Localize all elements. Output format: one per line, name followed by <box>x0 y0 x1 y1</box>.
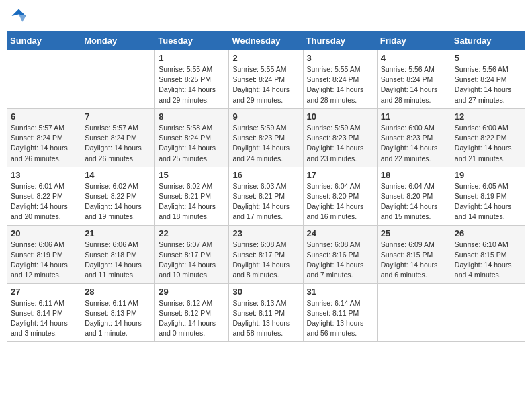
day-info: Sunrise: 6:02 AM Sunset: 8:22 PM Dayligh… <box>85 181 151 222</box>
day-info: Sunrise: 6:04 AM Sunset: 8:20 PM Dayligh… <box>381 181 447 222</box>
day-number: 1 <box>159 53 225 63</box>
day-info: Sunrise: 6:11 AM Sunset: 8:13 PM Dayligh… <box>85 298 151 339</box>
day-number: 8 <box>159 111 225 122</box>
day-info: Sunrise: 5:55 AM Sunset: 8:24 PM Dayligh… <box>307 64 373 105</box>
calendar-cell <box>81 50 155 109</box>
day-number: 25 <box>381 228 447 238</box>
day-number: 5 <box>455 53 521 63</box>
calendar-cell: 30Sunrise: 6:13 AM Sunset: 8:11 PM Dayli… <box>229 283 303 342</box>
day-info: Sunrise: 6:12 AM Sunset: 8:12 PM Dayligh… <box>159 298 225 339</box>
day-info: Sunrise: 6:13 AM Sunset: 8:11 PM Dayligh… <box>232 298 299 339</box>
day-info: Sunrise: 5:59 AM Sunset: 8:23 PM Dayligh… <box>232 123 299 164</box>
calendar-cell: 14Sunrise: 6:02 AM Sunset: 8:22 PM Dayli… <box>81 167 155 225</box>
day-info: Sunrise: 6:00 AM Sunset: 8:22 PM Dayligh… <box>455 123 521 164</box>
calendar-cell: 21Sunrise: 6:06 AM Sunset: 8:18 PM Dayli… <box>81 225 155 283</box>
day-info: Sunrise: 6:05 AM Sunset: 8:19 PM Dayligh… <box>455 181 521 222</box>
day-info: Sunrise: 6:07 AM Sunset: 8:17 PM Dayligh… <box>159 240 225 281</box>
day-info: Sunrise: 6:03 AM Sunset: 8:21 PM Dayligh… <box>232 181 299 222</box>
calendar-cell: 17Sunrise: 6:04 AM Sunset: 8:20 PM Dayli… <box>303 167 377 225</box>
calendar-table: SundayMondayTuesdayWednesdayThursdayFrid… <box>7 31 525 342</box>
calendar-cell: 15Sunrise: 6:02 AM Sunset: 8:21 PM Dayli… <box>155 167 229 225</box>
calendar-cell <box>7 50 81 109</box>
day-info: Sunrise: 5:56 AM Sunset: 8:24 PM Dayligh… <box>455 64 521 105</box>
week-row-1: 1Sunrise: 5:55 AM Sunset: 8:25 PM Daylig… <box>7 50 525 109</box>
day-header-tuesday: Tuesday <box>155 32 229 50</box>
day-number: 22 <box>159 228 225 238</box>
day-header-saturday: Saturday <box>451 32 525 50</box>
logo <box>9 7 31 26</box>
day-number: 14 <box>85 170 151 180</box>
week-row-4: 20Sunrise: 6:06 AM Sunset: 8:19 PM Dayli… <box>7 225 525 283</box>
day-number: 23 <box>232 228 299 238</box>
calendar-cell: 28Sunrise: 6:11 AM Sunset: 8:13 PM Dayli… <box>81 283 155 342</box>
svg-marker-0 <box>12 9 26 17</box>
day-info: Sunrise: 5:57 AM Sunset: 8:24 PM Dayligh… <box>85 123 151 164</box>
calendar-cell: 4Sunrise: 5:56 AM Sunset: 8:24 PM Daylig… <box>377 50 451 109</box>
calendar-cell: 16Sunrise: 6:03 AM Sunset: 8:21 PM Dayli… <box>229 167 303 225</box>
logo-icon <box>9 7 28 26</box>
calendar-cell: 31Sunrise: 6:14 AM Sunset: 8:11 PM Dayli… <box>303 283 377 342</box>
day-number: 21 <box>85 228 151 238</box>
calendar-cell: 6Sunrise: 5:57 AM Sunset: 8:24 PM Daylig… <box>7 108 81 167</box>
day-number: 18 <box>381 170 447 180</box>
day-number: 19 <box>455 170 521 180</box>
calendar-cell: 19Sunrise: 6:05 AM Sunset: 8:19 PM Dayli… <box>451 167 525 225</box>
day-number: 9 <box>232 111 299 122</box>
day-info: Sunrise: 6:08 AM Sunset: 8:16 PM Dayligh… <box>307 240 373 281</box>
day-info: Sunrise: 6:06 AM Sunset: 8:18 PM Dayligh… <box>85 240 151 281</box>
day-number: 3 <box>307 53 373 63</box>
week-row-2: 6Sunrise: 5:57 AM Sunset: 8:24 PM Daylig… <box>7 108 525 167</box>
day-number: 13 <box>11 170 77 180</box>
calendar-cell <box>377 283 451 342</box>
day-info: Sunrise: 5:58 AM Sunset: 8:24 PM Dayligh… <box>159 123 225 164</box>
day-info: Sunrise: 6:01 AM Sunset: 8:22 PM Dayligh… <box>11 181 77 222</box>
day-header-friday: Friday <box>377 32 451 50</box>
day-info: Sunrise: 5:59 AM Sunset: 8:23 PM Dayligh… <box>307 123 373 164</box>
day-header-thursday: Thursday <box>303 32 377 50</box>
day-number: 10 <box>307 111 373 122</box>
day-number: 28 <box>85 287 151 297</box>
day-number: 24 <box>307 228 373 238</box>
day-info: Sunrise: 5:55 AM Sunset: 8:25 PM Dayligh… <box>159 64 225 105</box>
day-header-sunday: Sunday <box>7 32 81 50</box>
calendar-cell: 13Sunrise: 6:01 AM Sunset: 8:22 PM Dayli… <box>7 167 81 225</box>
day-info: Sunrise: 6:00 AM Sunset: 8:23 PM Dayligh… <box>381 123 447 164</box>
page-header <box>7 7 525 26</box>
day-info: Sunrise: 6:04 AM Sunset: 8:20 PM Dayligh… <box>307 181 373 222</box>
calendar-cell: 29Sunrise: 6:12 AM Sunset: 8:12 PM Dayli… <box>155 283 229 342</box>
day-info: Sunrise: 6:14 AM Sunset: 8:11 PM Dayligh… <box>307 298 373 339</box>
header-row: SundayMondayTuesdayWednesdayThursdayFrid… <box>7 32 525 50</box>
day-info: Sunrise: 5:55 AM Sunset: 8:24 PM Dayligh… <box>232 64 299 105</box>
day-info: Sunrise: 6:02 AM Sunset: 8:21 PM Dayligh… <box>159 181 225 222</box>
day-number: 16 <box>232 170 299 180</box>
calendar-cell: 9Sunrise: 5:59 AM Sunset: 8:23 PM Daylig… <box>229 108 303 167</box>
calendar-cell <box>451 283 525 342</box>
day-header-monday: Monday <box>81 32 155 50</box>
day-number: 15 <box>159 170 225 180</box>
calendar-cell: 20Sunrise: 6:06 AM Sunset: 8:19 PM Dayli… <box>7 225 81 283</box>
day-number: 30 <box>232 287 299 297</box>
week-row-5: 27Sunrise: 6:11 AM Sunset: 8:14 PM Dayli… <box>7 283 525 342</box>
calendar-cell: 2Sunrise: 5:55 AM Sunset: 8:24 PM Daylig… <box>229 50 303 109</box>
day-number: 12 <box>455 111 521 122</box>
calendar-cell: 1Sunrise: 5:55 AM Sunset: 8:25 PM Daylig… <box>155 50 229 109</box>
day-number: 11 <box>381 111 447 122</box>
day-number: 31 <box>307 287 373 297</box>
calendar-cell: 8Sunrise: 5:58 AM Sunset: 8:24 PM Daylig… <box>155 108 229 167</box>
day-info: Sunrise: 6:09 AM Sunset: 8:15 PM Dayligh… <box>381 240 447 281</box>
calendar-cell: 23Sunrise: 6:08 AM Sunset: 8:17 PM Dayli… <box>229 225 303 283</box>
day-header-wednesday: Wednesday <box>229 32 303 50</box>
calendar-cell: 7Sunrise: 5:57 AM Sunset: 8:24 PM Daylig… <box>81 108 155 167</box>
day-number: 20 <box>11 228 77 238</box>
day-number: 29 <box>159 287 225 297</box>
calendar-cell: 10Sunrise: 5:59 AM Sunset: 8:23 PM Dayli… <box>303 108 377 167</box>
calendar-cell: 25Sunrise: 6:09 AM Sunset: 8:15 PM Dayli… <box>377 225 451 283</box>
day-number: 4 <box>381 53 447 63</box>
calendar-cell: 26Sunrise: 6:10 AM Sunset: 8:15 PM Dayli… <box>451 225 525 283</box>
day-number: 27 <box>11 287 77 297</box>
week-row-3: 13Sunrise: 6:01 AM Sunset: 8:22 PM Dayli… <box>7 167 525 225</box>
day-info: Sunrise: 6:08 AM Sunset: 8:17 PM Dayligh… <box>232 240 299 281</box>
calendar-cell: 5Sunrise: 5:56 AM Sunset: 8:24 PM Daylig… <box>451 50 525 109</box>
calendar-cell: 12Sunrise: 6:00 AM Sunset: 8:22 PM Dayli… <box>451 108 525 167</box>
day-number: 2 <box>232 53 299 63</box>
